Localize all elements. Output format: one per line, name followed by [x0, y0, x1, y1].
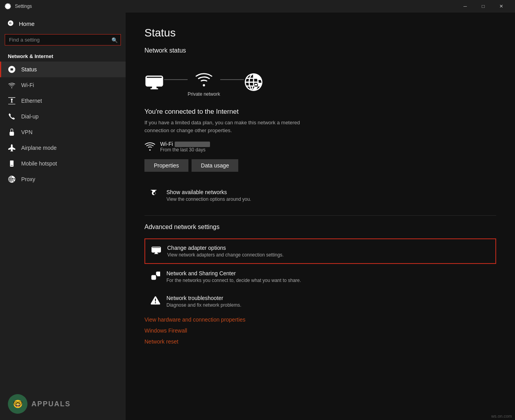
maximize-button[interactable]: □ [474, 0, 492, 13]
sidebar-section-title: Network & Internet [0, 49, 126, 62]
sidebar-label-proxy: Proxy [21, 176, 35, 182]
wifi-icon [8, 81, 16, 89]
home-label: Home [19, 20, 35, 27]
computer-icon [144, 73, 164, 93]
sidebar-item-hotspot[interactable]: Mobile hotspot [0, 156, 126, 171]
troubleshoot-title: Network troubleshooter [166, 295, 241, 301]
show-networks-item[interactable]: Show available networks View the connect… [144, 184, 496, 207]
troubleshoot-icon [151, 296, 160, 307]
network-diagram: Private network [144, 62, 496, 105]
page-title: Status [144, 27, 496, 39]
line-1 [164, 79, 188, 80]
network-status-title: Network status [144, 47, 496, 54]
line-2 [220, 79, 244, 80]
settings-icon [5, 3, 11, 9]
internet-node [244, 73, 263, 93]
main-container: Home 🔍 Network & Internet Status [0, 13, 515, 420]
sidebar-label-ethernet: Ethernet [21, 98, 42, 104]
globe-icon [244, 73, 263, 93]
search-icon: 🔍 [111, 37, 118, 43]
adapter-icon [152, 245, 161, 257]
sidebar-label-vpn: VPN [21, 129, 33, 135]
airplane-icon [8, 144, 16, 152]
sidebar-label-hotspot: Mobile hotspot [21, 160, 57, 167]
wifi-info: Wi-Fi From the last 30 days [144, 140, 496, 153]
show-networks-desc: View the connection options around you. [166, 196, 251, 202]
titlebar-controls: ─ □ ✕ [456, 0, 510, 13]
troubleshoot-desc: Diagnose and fix network problems. [166, 302, 241, 308]
sidebar-branding: 🤓 APPUALS [0, 388, 126, 420]
router-icon [193, 70, 215, 90]
show-networks-title: Show available networks [166, 189, 251, 195]
status-icon [8, 65, 16, 73]
sidebar-label-dialup: Dial-up [21, 113, 38, 120]
connected-text: You're connected to the Internet [144, 108, 496, 116]
sidebar-item-ethernet[interactable]: Ethernet [0, 93, 126, 109]
advanced-title: Advanced network settings [144, 224, 496, 231]
firewall-link[interactable]: Windows Firewall [144, 325, 496, 336]
close-button[interactable]: ✕ [492, 0, 510, 13]
sidebar-label-airplane: Airplane mode [21, 145, 57, 151]
sidebar: Home 🔍 Network & Internet Status [0, 13, 126, 420]
sidebar-search: 🔍 [5, 34, 121, 45]
hardware-link[interactable]: View hardware and connection properties [144, 314, 496, 325]
sharing-desc: For the networks you connect to, decide … [166, 278, 301, 283]
show-networks-text: Show available networks View the connect… [166, 189, 251, 202]
adapter-title: Change adapter options [167, 245, 284, 251]
vpn-icon [8, 128, 16, 136]
content-area: Status Network status [126, 13, 515, 420]
titlebar-left: Settings [5, 3, 32, 9]
sidebar-item-proxy[interactable]: Proxy [0, 171, 126, 187]
troubleshoot-text: Network troubleshooter Diagnose and fix … [166, 295, 241, 308]
sidebar-label-status: Status [21, 66, 37, 73]
computer-node [144, 73, 164, 93]
wifi-ssid-blurred [175, 142, 210, 147]
dialup-icon [8, 113, 16, 120]
sharing-center-item[interactable]: Network and Sharing Center For the netwo… [144, 265, 496, 289]
data-usage-button[interactable]: Data usage [192, 159, 239, 172]
sharing-text: Network and Sharing Center For the netwo… [166, 270, 301, 283]
properties-button[interactable]: Properties [144, 159, 188, 172]
sidebar-item-airplane[interactable]: Airplane mode [0, 140, 126, 156]
adapter-desc: View network adapters and change connect… [167, 252, 284, 258]
sidebar-item-status[interactable]: Status [0, 62, 126, 77]
brand-logo: 🤓 [8, 394, 27, 414]
sharing-icon [151, 271, 160, 283]
section-divider [144, 215, 496, 216]
hotspot-icon [8, 160, 16, 167]
wifi-name: Wi-Fi [160, 141, 210, 147]
troubleshooter-item[interactable]: Network troubleshooter Diagnose and fix … [144, 289, 496, 313]
sidebar-home[interactable]: Home [0, 16, 126, 31]
ethernet-icon [8, 97, 16, 105]
action-buttons: Properties Data usage [144, 159, 496, 172]
watermark: ws.on.com [491, 414, 512, 418]
proxy-icon [8, 175, 16, 183]
titlebar: Settings ─ □ ✕ [0, 0, 515, 13]
connected-desc: If you have a limited data plan, you can… [144, 119, 301, 134]
wifi-days: From the last 30 days [160, 147, 210, 153]
minimize-button[interactable]: ─ [456, 0, 474, 13]
network-list-icon [151, 190, 160, 202]
sharing-title: Network and Sharing Center [166, 270, 301, 276]
search-input[interactable] [5, 34, 121, 45]
titlebar-title: Settings [15, 4, 32, 9]
brand-text: APPUALS [31, 400, 71, 408]
sidebar-label-wifi: Wi-Fi [21, 82, 34, 88]
router-node: Private network [188, 70, 220, 97]
reset-link[interactable]: Network reset [144, 336, 496, 347]
wifi-signal-icon [144, 140, 155, 153]
adapter-text: Change adapter options View network adap… [167, 245, 284, 258]
sidebar-item-vpn[interactable]: VPN [0, 124, 126, 140]
back-arrow-icon [8, 20, 13, 27]
sidebar-item-dialup[interactable]: Dial-up [0, 109, 126, 124]
change-adapter-item[interactable]: Change adapter options View network adap… [144, 238, 496, 264]
network-label: Private network [188, 91, 220, 97]
sidebar-item-wifi[interactable]: Wi-Fi [0, 77, 126, 93]
